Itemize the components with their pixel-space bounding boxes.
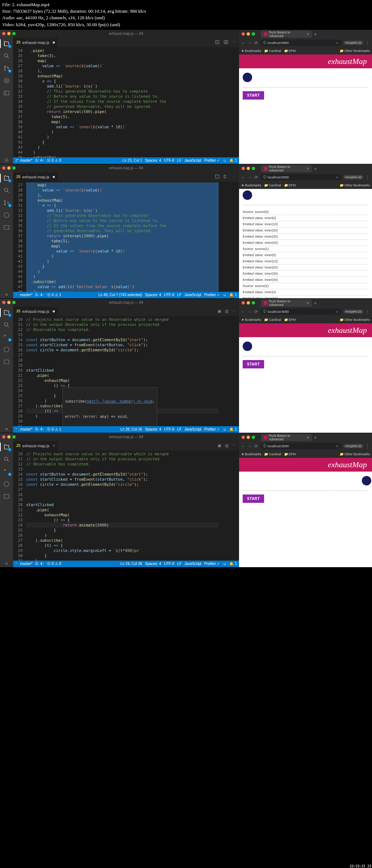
minimap[interactable] (219, 316, 239, 426)
code-content[interactable]: // Projects each source value to an Obse… (26, 316, 219, 426)
notifications-icon[interactable]: 🔔 1 (229, 158, 237, 162)
window-controls[interactable] (2, 32, 16, 35)
menu-icon[interactable]: ⋮ (365, 40, 370, 45)
cursor-position[interactable]: Ln 28, Col 16 (121, 427, 142, 431)
browser-page[interactable]: Source: source(0)Emitted Value: inner(0)… (239, 189, 372, 298)
more-icon[interactable]: ⋯ (232, 40, 236, 45)
browser-page[interactable]: exhaustMap START (239, 458, 372, 567)
git-branch[interactable]: master* (15, 293, 32, 297)
url-input[interactable]: ⓘlocalhost:8080☆ (260, 174, 341, 180)
sidebar-icon[interactable] (3, 493, 10, 500)
other-bookmarks[interactable]: 📁 Other Bookmarks (340, 49, 370, 53)
window-controls[interactable] (2, 166, 16, 170)
code-editor[interactable]: 2728293031323334353637383940414243444546… (13, 182, 239, 292)
language-status[interactable]: JavaScript (185, 158, 202, 162)
settings-icon[interactable] (3, 291, 10, 298)
git-sync[interactable]: 0↓ 4↑ (35, 293, 44, 297)
extensions-icon[interactable] (3, 77, 10, 84)
incognito-badge[interactable]: Incognito (2) (344, 41, 363, 45)
browser-tab[interactable]: RxJs Basics to Advanced× (261, 299, 312, 307)
code-content[interactable]: // Projects each source value to an Obse… (26, 451, 219, 561)
code-editor[interactable]: 2425262728293031323334353637383940414243… (13, 47, 239, 157)
compare-icon[interactable] (215, 174, 220, 180)
close-icon[interactable]: × (53, 443, 55, 448)
forward-icon[interactable]: → (248, 40, 252, 45)
compare-icon[interactable] (215, 40, 220, 45)
start-button[interactable]: START (243, 360, 264, 368)
compare-icon[interactable]: ▣ (218, 309, 221, 314)
git-sync[interactable]: 0↓ 4↑ (35, 158, 44, 162)
more-icon[interactable]: ⋯ (232, 309, 236, 314)
code-content[interactable]: .pipe( take(3), map( value => `source(${… (26, 47, 219, 157)
back-icon[interactable]: ← (241, 175, 246, 180)
split-icon[interactable]: ▥ (225, 443, 229, 448)
browser-tab[interactable]: RxJs Basics to Advanced× (261, 434, 312, 441)
sidebar-icon[interactable] (3, 224, 10, 231)
editor-tab[interactable]: JSexhaust-map.js× (13, 441, 58, 451)
settings-icon[interactable] (3, 157, 10, 164)
feedback-icon[interactable]: ☺ (223, 158, 226, 162)
extensions-icon[interactable] (3, 480, 10, 488)
reload-icon[interactable]: ⟳ (254, 40, 258, 45)
settings-icon[interactable] (3, 560, 10, 567)
browser-window-controls[interactable] (242, 167, 255, 170)
compare-icon[interactable]: ▣ (218, 443, 221, 448)
explorer-icon[interactable]: 1 (3, 443, 10, 451)
explorer-icon[interactable]: 1 (3, 40, 10, 47)
reload-icon[interactable]: ⟳ (254, 175, 258, 180)
encoding-status[interactable]: UTF-8 (164, 158, 174, 162)
minimap[interactable] (219, 47, 239, 157)
source-control-icon[interactable]: 5 (3, 334, 10, 341)
bookmarks-folder[interactable]: ★ Bookmarks (241, 49, 261, 53)
minimap[interactable] (219, 451, 239, 561)
start-button[interactable]: START (243, 91, 264, 100)
source-control-icon[interactable]: 5 (3, 65, 10, 72)
editor-tab[interactable]: JSexhaust-map.js (13, 307, 58, 316)
cursor-position[interactable]: Ln 24, Col 36 (121, 562, 142, 566)
more-icon[interactable]: ⋯ (232, 443, 236, 448)
sidebar-icon[interactable] (3, 89, 10, 97)
git-branch[interactable]: master* (15, 427, 32, 431)
bookmark-epm[interactable]: 📁 EPM (284, 49, 296, 53)
git-branch[interactable]: master* (15, 158, 32, 162)
split-icon[interactable] (223, 40, 229, 45)
source-control-icon[interactable]: 5 (3, 468, 10, 475)
window-controls[interactable] (2, 301, 16, 304)
split-icon[interactable] (223, 174, 229, 180)
code-content[interactable]: map( value => `source(${value})` ), exha… (26, 182, 219, 292)
search-icon[interactable] (3, 321, 10, 328)
eol-status[interactable]: LF (177, 158, 182, 162)
indent-status[interactable]: Spaces: 4 (145, 158, 161, 162)
cursor-position[interactable]: Ln 48, Col 7 (743 selected) (98, 293, 142, 297)
url-input[interactable]: ⓘlocalhost:8080☆ (260, 40, 341, 46)
window-controls[interactable] (2, 435, 16, 439)
back-icon[interactable]: ← (241, 40, 246, 45)
problems-status[interactable]: ⓧ 0 ⚠ 0 (47, 158, 61, 163)
source-control-icon[interactable]: 5 (3, 199, 10, 206)
start-button[interactable]: START (243, 494, 264, 503)
search-icon[interactable] (3, 52, 10, 60)
browser-window-controls[interactable] (242, 32, 255, 36)
problems-status[interactable]: ⓧ 0 ⚠ 1 (47, 292, 61, 298)
new-tab-button[interactable]: + (314, 166, 317, 171)
menu-icon[interactable]: ⋮ (365, 175, 370, 180)
git-branch[interactable]: master* (15, 562, 32, 566)
extensions-icon[interactable] (3, 346, 10, 353)
browser-page[interactable]: exhaustMap START (239, 323, 372, 433)
settings-icon[interactable] (3, 425, 10, 433)
prettier-status[interactable]: Prettier ✓ (204, 158, 220, 162)
more-icon[interactable]: ⋯ (232, 174, 236, 180)
search-icon[interactable] (3, 456, 10, 463)
cursor-position[interactable]: Ln 23, Col 1 (122, 158, 142, 162)
sidebar-icon[interactable] (3, 358, 10, 366)
minimap[interactable] (219, 182, 239, 292)
browser-page[interactable]: exhaustMap START (239, 54, 372, 164)
new-tab-button[interactable]: + (314, 31, 317, 37)
search-icon[interactable] (3, 187, 10, 194)
browser-tab[interactable]: RxJs Basics to Advanced× (261, 31, 312, 38)
browser-tab[interactable]: RxJs Basics to Advanced× (261, 165, 312, 172)
code-editor[interactable]: 1011121314151617181920212223242526272829… (13, 451, 239, 561)
bookmark-cardinal[interactable]: 📁 Cardinal (264, 49, 281, 53)
extensions-icon[interactable] (3, 211, 10, 219)
editor-tab[interactable]: JSexhaust-map.js (13, 172, 58, 182)
